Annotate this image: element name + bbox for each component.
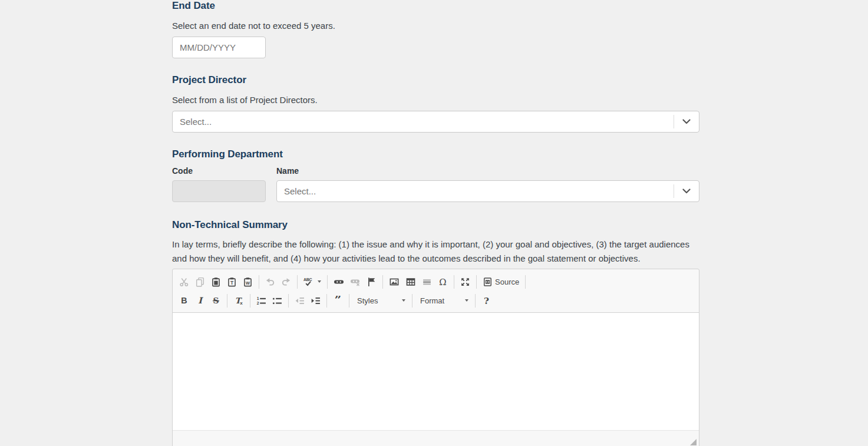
toolbar-separator <box>327 275 328 289</box>
styles-dropdown-label: Styles <box>357 296 378 305</box>
redo-icon <box>279 274 293 289</box>
project-director-description: Select from a list of Project Directors. <box>172 94 699 106</box>
spellcheck-icon[interactable]: ABC <box>301 274 324 289</box>
horizontal-rule-icon[interactable] <box>420 274 434 289</box>
svg-text:ABC: ABC <box>303 277 312 282</box>
source-icon-label: Source <box>495 277 519 286</box>
help-icon[interactable]: ? <box>479 293 494 308</box>
editor-toolbar-row-2: BISTx12”StylesFormat? <box>176 291 695 310</box>
blockquote-icon[interactable]: ” <box>331 293 345 308</box>
editor-toolbar: TWABCΩSource BISTx12”StylesFormat? <box>173 269 699 312</box>
non-technical-summary-title: Non-Technical Summary <box>172 220 699 230</box>
svg-text:?: ? <box>484 296 489 306</box>
toolbar-separator <box>326 294 327 308</box>
toolbar-separator <box>250 294 250 308</box>
chevron-down-icon <box>674 189 699 194</box>
remove-format-icon[interactable]: Tx <box>231 293 246 308</box>
bold-icon[interactable]: B <box>177 293 192 308</box>
editor-toolbar-row-1: TWABCΩSource <box>176 272 695 291</box>
toolbar-separator <box>454 275 454 289</box>
toolbar-separator <box>288 294 289 308</box>
project-director-title: Project Director <box>172 75 699 85</box>
toolbar-separator <box>476 275 477 289</box>
svg-text:Ω: Ω <box>439 277 446 287</box>
end-date-input[interactable] <box>172 37 266 58</box>
performing-department-title: Performing Department <box>172 149 699 160</box>
copy-icon <box>193 274 207 289</box>
form-column: End Date Select an end date not to excee… <box>172 1 699 446</box>
italic-icon[interactable]: I <box>193 293 207 308</box>
cut-icon <box>177 274 192 289</box>
editor-footer <box>173 430 699 446</box>
non-technical-summary-description: In lay terms, briefly describe the follo… <box>172 237 699 266</box>
link-icon[interactable] <box>331 274 346 289</box>
svg-text:W: W <box>246 280 250 286</box>
image-icon[interactable] <box>387 274 402 289</box>
svg-text:T: T <box>230 280 234 286</box>
department-code-input <box>172 180 266 202</box>
table-icon[interactable] <box>403 274 418 289</box>
svg-text:x: x <box>240 300 243 306</box>
indent-icon[interactable] <box>308 293 323 308</box>
rich-text-editor: TWABCΩSource BISTx12”StylesFormat? <box>172 269 699 446</box>
format-dropdown[interactable]: Format <box>417 293 471 308</box>
anchor-icon[interactable] <box>364 274 379 289</box>
source-icon[interactable]: Source <box>480 274 522 289</box>
svg-text:B: B <box>181 296 187 305</box>
chevron-down-icon <box>674 119 699 124</box>
format-dropdown-label: Format <box>420 296 444 305</box>
department-name-select[interactable]: Select... <box>276 180 699 202</box>
toolbar-separator <box>349 294 349 308</box>
bulleted-list-icon[interactable] <box>270 293 285 308</box>
project-director-select-value: Select... <box>180 117 674 127</box>
editor-content-area[interactable] <box>173 312 699 430</box>
numbered-list-icon[interactable]: 12 <box>254 293 269 308</box>
toolbar-separator <box>297 275 298 289</box>
unlink-icon <box>348 274 363 289</box>
department-name-select-value: Select... <box>284 186 674 196</box>
paste-text-icon[interactable]: T <box>225 274 239 289</box>
toolbar-separator <box>259 275 259 289</box>
styles-dropdown[interactable]: Styles <box>354 293 408 308</box>
special-character-icon[interactable]: Ω <box>435 274 450 289</box>
paste-icon[interactable] <box>209 274 223 289</box>
end-date-description: Select an end date not to exceed 5 years… <box>172 20 699 32</box>
toolbar-separator <box>382 275 383 289</box>
toolbar-separator <box>525 275 526 289</box>
resize-handle-icon[interactable] <box>690 439 697 445</box>
toolbar-separator <box>475 294 476 308</box>
code-label: Code <box>172 166 276 176</box>
svg-text:2: 2 <box>257 301 259 305</box>
project-director-select[interactable]: Select... <box>172 111 699 133</box>
paste-word-icon[interactable]: W <box>240 274 255 289</box>
end-date-title: End Date <box>172 1 699 11</box>
caret-down-icon <box>318 280 321 283</box>
outdent-icon <box>292 293 307 308</box>
caret-down-icon <box>465 299 468 302</box>
name-label: Name <box>276 166 299 176</box>
form-page: End Date Select an end date not to excee… <box>0 0 868 446</box>
svg-text:”: ” <box>335 296 342 306</box>
undo-icon <box>263 274 278 289</box>
toolbar-separator <box>412 294 412 308</box>
maximize-icon[interactable] <box>458 274 473 289</box>
strikethrough-icon[interactable]: S <box>209 293 223 308</box>
svg-text:1: 1 <box>257 296 259 300</box>
caret-down-icon <box>402 299 405 302</box>
toolbar-separator <box>227 294 227 308</box>
svg-text:I: I <box>198 296 203 305</box>
field-gap <box>266 180 276 202</box>
